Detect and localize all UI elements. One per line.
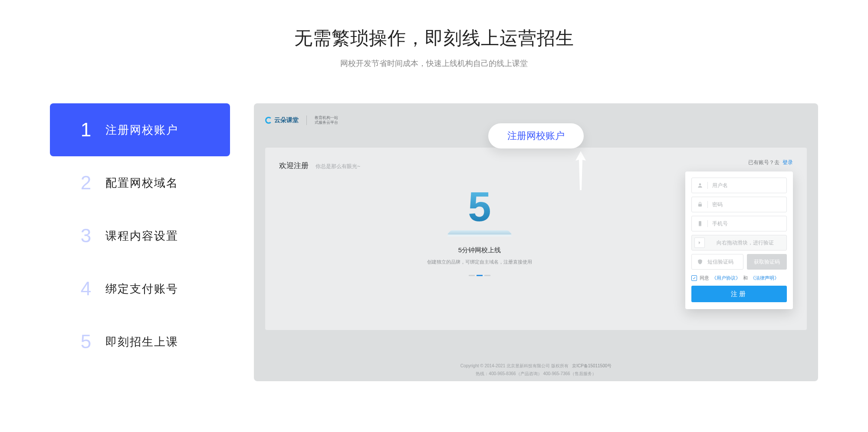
- step-list: 1 注册网校账户 2 配置网校域名 3 课程内容设置 4 绑定支付账号 5 即刻…: [50, 103, 230, 381]
- arrow-icon: [575, 151, 586, 190]
- brand-tagline: 教育机构一站 式服务云平台: [315, 115, 338, 125]
- agree-row: ✓ 同意 《用户协议》 和 《法律声明》: [691, 275, 787, 281]
- big-five-icon: 5: [468, 188, 491, 225]
- step-5[interactable]: 5 即刻招生上课: [50, 315, 230, 368]
- step-number: 5: [71, 331, 101, 353]
- user-icon: [697, 182, 703, 188]
- signup-panel: 欢迎注册 你总是那么有眼光~ 5 5分钟网校上线 创建独立的品牌，可绑定自主域名…: [265, 148, 807, 330]
- brand-logo: 云朵课堂: [265, 115, 299, 126]
- step-label: 绑定支付账号: [105, 281, 178, 297]
- lock-icon: [697, 201, 703, 208]
- step-label: 配置网校域名: [105, 175, 178, 191]
- welcome-subtitle: 你总是那么有眼光~: [316, 163, 360, 170]
- register-button[interactable]: 注册: [691, 286, 787, 302]
- svg-point-3: [700, 225, 700, 226]
- preview-footer: Copyright © 2014-2021 北京昱新科技有限公司 版权所有 京I…: [254, 359, 818, 381]
- svg-rect-1: [698, 204, 702, 207]
- step-label: 课程内容设置: [105, 228, 178, 244]
- terms-link[interactable]: 《用户协议》: [712, 275, 740, 281]
- username-input[interactable]: 用户名: [691, 178, 787, 193]
- step-3[interactable]: 3 课程内容设置: [50, 209, 230, 262]
- illus-description: 创建独立的品牌，可绑定自主域名，注册直接使用: [279, 259, 680, 265]
- step-4[interactable]: 4 绑定支付账号: [50, 262, 230, 315]
- dot-active[interactable]: [477, 275, 483, 276]
- agree-checkbox[interactable]: ✓: [691, 275, 697, 281]
- svg-point-0: [699, 183, 701, 185]
- illus-caption: 5分钟网校上线: [279, 246, 680, 254]
- dot[interactable]: [484, 275, 490, 276]
- shield-icon: [697, 259, 703, 265]
- step-label: 即刻招生上课: [105, 334, 178, 350]
- page-title: 无需繁琐操作，即刻线上运营招生: [0, 26, 868, 50]
- smscode-input[interactable]: 短信验证码: [691, 254, 743, 270]
- step-2[interactable]: 2 配置网校域名: [50, 156, 230, 209]
- legal-link[interactable]: 《法律声明》: [750, 275, 779, 281]
- divider: [306, 115, 307, 125]
- step-1[interactable]: 1 注册网校账户: [50, 103, 230, 156]
- get-code-button[interactable]: 获取验证码: [747, 254, 787, 270]
- step-number: 4: [71, 278, 101, 300]
- page-subtitle: 网校开发节省时间成本，快速上线机构自己的线上课堂: [0, 58, 868, 69]
- welcome-title: 欢迎注册: [279, 161, 309, 171]
- phone-icon: [697, 221, 703, 227]
- login-link[interactable]: 登录: [783, 159, 793, 165]
- step-number: 1: [71, 119, 101, 141]
- step-label: 注册网校账户: [105, 122, 178, 138]
- step-number: 2: [71, 172, 101, 194]
- icp-link[interactable]: 京ICP备15011500号: [572, 363, 612, 368]
- carousel-dots: [279, 275, 680, 276]
- arrows-icon: [694, 237, 705, 248]
- cloud-icon: [265, 117, 272, 124]
- phone-input[interactable]: 手机号: [691, 216, 787, 231]
- platform-icon: [447, 231, 512, 234]
- step-number: 3: [71, 225, 101, 247]
- preview-panel: 注册网校账户 云朵课堂 教育机构一站 式服务云平台 欢迎注册 你总是那么有眼光~: [254, 103, 818, 381]
- slider-captcha[interactable]: 向右拖动滑块，进行验证: [691, 235, 787, 251]
- tooltip-pill: 注册网校账户: [488, 123, 584, 148]
- login-hint: 已有账号？去 登录: [680, 159, 793, 166]
- signup-form: 用户名 密码 手机号: [685, 171, 793, 309]
- dot[interactable]: [469, 275, 475, 276]
- brand-name: 云朵课堂: [274, 116, 299, 124]
- password-input[interactable]: 密码: [691, 197, 787, 212]
- illustration: 5 5分钟网校上线 创建独立的品牌，可绑定自主域名，注册直接使用: [279, 188, 680, 276]
